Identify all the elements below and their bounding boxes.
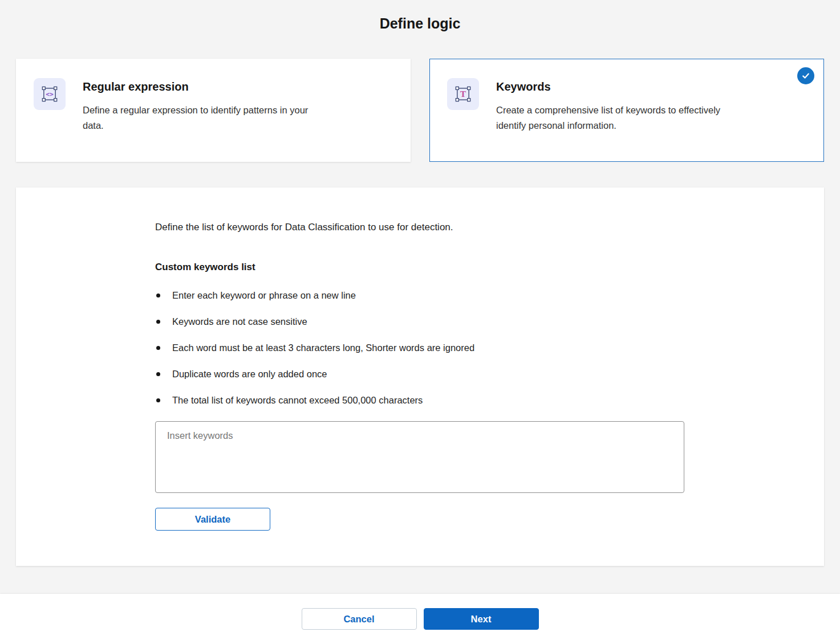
option-description-regular-expression: Define a regular expression to identify …: [83, 103, 322, 133]
page-title: Define logic: [0, 0, 840, 32]
option-title-regular-expression: Regular expression: [83, 80, 322, 93]
define-logic-page: Define logic <> Regular expression Defin…: [0, 0, 840, 644]
option-description-keywords: Create a comprehensive list of keywords …: [496, 103, 736, 133]
cancel-button[interactable]: Cancel: [302, 608, 417, 630]
option-text-keywords: Keywords Create a comprehensive list of …: [496, 75, 736, 133]
keywords-intro-text: Define the list of keywords for Data Cla…: [155, 222, 790, 233]
selected-check-icon: [797, 67, 814, 84]
keyword-rule-item: Duplicate words are only added once: [155, 369, 790, 380]
logic-type-options: <> Regular expression Define a regular e…: [16, 59, 824, 162]
validate-button[interactable]: Validate: [155, 508, 270, 531]
regex-selection-icon: <>: [34, 78, 66, 110]
option-card-regular-expression[interactable]: <> Regular expression Define a regular e…: [16, 59, 411, 162]
option-title-keywords: Keywords: [496, 80, 736, 93]
footer-action-bar: Cancel Next: [0, 594, 840, 644]
keyword-rule-item: The total list of keywords cannot exceed…: [155, 395, 790, 406]
keyword-rules-list: Enter each keyword or phrase on a new li…: [155, 290, 790, 406]
option-card-keywords[interactable]: T Keywords Create a comprehensive list o…: [429, 59, 824, 162]
svg-text:T: T: [460, 89, 466, 99]
keywords-input[interactable]: [155, 421, 684, 493]
svg-text:<>: <>: [46, 91, 54, 98]
text-selection-icon: T: [447, 78, 479, 110]
next-button[interactable]: Next: [424, 608, 539, 630]
keyword-rule-item: Each word must be at least 3 characters …: [155, 343, 790, 353]
custom-keywords-list-title: Custom keywords list: [155, 262, 790, 273]
option-text-regular-expression: Regular expression Define a regular expr…: [83, 75, 322, 133]
keyword-rule-item: Keywords are not case sensitive: [155, 316, 790, 327]
keyword-rule-item: Enter each keyword or phrase on a new li…: [155, 290, 790, 301]
keywords-definition-panel: Define the list of keywords for Data Cla…: [16, 188, 824, 566]
